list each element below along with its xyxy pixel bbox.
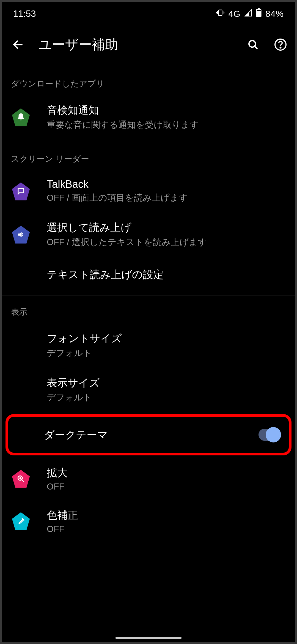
item-title: TalkBack bbox=[47, 178, 286, 190]
item-sub: OFF bbox=[47, 482, 286, 492]
toggle-knob bbox=[266, 427, 281, 442]
magnify-icon bbox=[11, 469, 31, 489]
item-dark-theme[interactable]: ダークテーマ bbox=[8, 417, 289, 453]
section-display-label: 表示 bbox=[0, 298, 297, 323]
bell-sound-icon bbox=[11, 107, 31, 127]
vibrate-icon bbox=[216, 9, 224, 19]
highlight-dark-theme: ダークテーマ bbox=[6, 414, 292, 455]
status-bar: 11:53 4G 84% bbox=[0, 0, 297, 25]
item-display-size[interactable]: 表示サイズ デフォルト bbox=[0, 368, 297, 412]
status-right: 4G 84% bbox=[216, 8, 284, 19]
svg-rect-0 bbox=[219, 10, 222, 15]
item-sub: OFF / 画面上の項目を読み上げます bbox=[47, 192, 286, 204]
item-title: 音検知通知 bbox=[47, 103, 286, 117]
divider bbox=[0, 142, 297, 142]
svg-line-18 bbox=[22, 480, 24, 482]
item-select-speak[interactable]: 選択して読み上げ OFF / 選択したテキストを読み上げます bbox=[0, 212, 297, 257]
back-button[interactable] bbox=[6, 39, 30, 51]
item-sound-detection[interactable]: 音検知通知 重要な音に関する通知を受け取ります bbox=[0, 95, 297, 139]
search-button[interactable] bbox=[242, 39, 264, 51]
item-title: ダークテーマ bbox=[44, 428, 258, 442]
item-title: テキスト読み上げの設定 bbox=[47, 268, 286, 282]
item-tts-settings[interactable]: テキスト読み上げの設定 bbox=[0, 257, 297, 292]
battery-label: 84% bbox=[265, 9, 284, 19]
item-title: 色補正 bbox=[47, 508, 286, 522]
item-talkback[interactable]: TalkBack OFF / 画面上の項目を読み上げます bbox=[0, 170, 297, 212]
item-title: 表示サイズ bbox=[47, 376, 286, 390]
signal-icon bbox=[244, 9, 252, 19]
item-font-size[interactable]: フォントサイズ デフォルト bbox=[0, 323, 297, 368]
battery-icon bbox=[256, 8, 262, 19]
status-time: 11:53 bbox=[13, 9, 36, 19]
svg-line-10 bbox=[255, 46, 257, 49]
item-magnify[interactable]: 拡大 OFF bbox=[0, 458, 297, 500]
item-color-correction[interactable]: 色補正 OFF bbox=[0, 500, 297, 542]
nav-handle[interactable] bbox=[116, 637, 182, 639]
header: ユーザー補助 bbox=[0, 25, 297, 70]
page-title: ユーザー補助 bbox=[36, 36, 237, 53]
item-sub: デフォルト bbox=[47, 392, 286, 404]
eyedropper-icon bbox=[11, 511, 31, 531]
dark-theme-toggle[interactable] bbox=[258, 429, 280, 441]
svg-rect-7 bbox=[257, 10, 261, 11]
speaker-icon bbox=[11, 225, 31, 244]
chat-icon bbox=[11, 181, 31, 201]
item-sub: 重要な音に関する通知を受け取ります bbox=[47, 119, 286, 131]
svg-rect-6 bbox=[258, 8, 260, 10]
item-title: フォントサイズ bbox=[47, 331, 286, 346]
item-sub: OFF bbox=[47, 524, 286, 534]
item-sub: デフォルト bbox=[47, 347, 286, 359]
item-title: 選択して読み上げ bbox=[47, 221, 286, 235]
svg-point-12 bbox=[280, 47, 281, 48]
network-label: 4G bbox=[228, 9, 241, 19]
help-button[interactable] bbox=[270, 38, 292, 51]
item-title: 拡大 bbox=[47, 466, 286, 480]
divider bbox=[0, 295, 297, 295]
item-sub: OFF / 選択したテキストを読み上げます bbox=[47, 236, 286, 248]
section-downloaded-label: ダウンロードしたアプリ bbox=[0, 70, 297, 95]
section-screen-reader-label: スクリーン リーダー bbox=[0, 145, 297, 170]
